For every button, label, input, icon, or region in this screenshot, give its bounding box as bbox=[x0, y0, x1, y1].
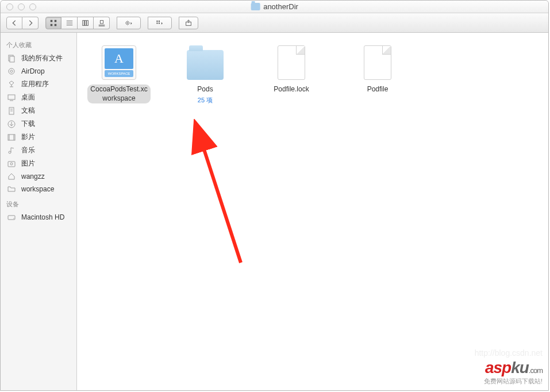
sidebar-item-disk[interactable]: Macintosh HD bbox=[1, 211, 76, 224]
folder-icon bbox=[187, 44, 224, 81]
documents-icon bbox=[6, 106, 17, 116]
svg-point-14 bbox=[127, 22, 128, 23]
airdrop-icon bbox=[6, 67, 17, 76]
window-body: 个人收藏 我的所有文件 AirDrop 应用程序 桌面 文稿 bbox=[1, 33, 548, 390]
svg-rect-2 bbox=[51, 24, 53, 26]
file-item-podfile[interactable]: Podfile bbox=[346, 44, 409, 95]
file-item-workspace[interactable]: WORKSPACE CocoaPodsTest.xcworkspace bbox=[87, 44, 151, 103]
pictures-icon bbox=[6, 159, 17, 168]
file-grid[interactable]: WORKSPACE CocoaPodsTest.xcworkspace Pods… bbox=[77, 33, 548, 390]
watermark-url: http://blog.csdn.net bbox=[475, 348, 543, 358]
sidebar-item-documents[interactable]: 文稿 bbox=[1, 104, 76, 117]
sidebar-item-label: wangzz bbox=[21, 172, 45, 180]
sidebar-item-downloads[interactable]: 下载 bbox=[1, 117, 76, 130]
sidebar-item-label: AirDrop bbox=[21, 67, 45, 75]
arrange-menu bbox=[148, 17, 172, 29]
arrange-button[interactable] bbox=[148, 17, 172, 29]
svg-rect-1 bbox=[55, 20, 57, 22]
icon-view-button[interactable] bbox=[45, 17, 61, 29]
action-button[interactable] bbox=[117, 17, 141, 29]
svg-rect-34 bbox=[8, 162, 15, 167]
sidebar-item-label: 我的所有文件 bbox=[21, 53, 63, 63]
svg-rect-17 bbox=[156, 22, 157, 24]
titlebar: anotherDir bbox=[1, 1, 548, 13]
action-menu bbox=[117, 17, 141, 29]
sidebar-item-label: 应用程序 bbox=[21, 79, 49, 89]
minimize-icon[interactable] bbox=[18, 3, 25, 10]
toolbar bbox=[1, 13, 548, 33]
svg-rect-21 bbox=[10, 56, 14, 62]
svg-rect-36 bbox=[8, 216, 15, 220]
sidebar-item-home[interactable]: wangzz bbox=[1, 170, 76, 183]
nav-buttons bbox=[6, 17, 39, 29]
movies-icon bbox=[6, 133, 17, 142]
sidebar-item-music[interactable]: 音乐 bbox=[1, 144, 76, 157]
column-view-button[interactable] bbox=[78, 17, 94, 29]
back-button[interactable] bbox=[6, 17, 22, 29]
sidebar-item-movies[interactable]: 影片 bbox=[1, 130, 76, 144]
sidebar-item-label: 桌面 bbox=[21, 93, 35, 102]
sidebar-item-label: 文稿 bbox=[21, 106, 35, 116]
forward-button[interactable] bbox=[22, 17, 39, 29]
sidebar-item-apps[interactable]: 应用程序 bbox=[1, 78, 76, 91]
file-item-lock[interactable]: Podfile.lock bbox=[260, 44, 323, 95]
svg-rect-9 bbox=[86, 20, 88, 25]
sidebar-section-devices: 设备 bbox=[1, 195, 76, 211]
svg-rect-3 bbox=[55, 24, 57, 26]
sidebar-item-label: workspace bbox=[21, 185, 54, 193]
folder-icon bbox=[6, 185, 17, 194]
sidebar-item-label: 图片 bbox=[21, 159, 35, 168]
file-label: CocoaPodsTest.xcworkspace bbox=[87, 84, 151, 103]
file-icon bbox=[359, 44, 396, 81]
sidebar-item-label: 音乐 bbox=[21, 145, 35, 155]
watermark-brand: aspku.com bbox=[475, 359, 543, 377]
file-label: Podfile.lock bbox=[271, 84, 311, 95]
music-icon bbox=[6, 146, 17, 155]
svg-rect-15 bbox=[156, 20, 157, 21]
sidebar-item-workspace[interactable]: workspace bbox=[1, 183, 76, 195]
sidebar-item-pictures[interactable]: 图片 bbox=[1, 157, 76, 170]
svg-rect-8 bbox=[84, 20, 86, 25]
svg-rect-16 bbox=[159, 20, 160, 21]
view-buttons bbox=[45, 17, 110, 29]
finder-window: anotherDir 个人收藏 我的所有文件 bbox=[0, 0, 549, 391]
zoom-icon[interactable] bbox=[29, 3, 36, 10]
sidebar: 个人收藏 我的所有文件 AirDrop 应用程序 桌面 文稿 bbox=[1, 33, 77, 390]
title-text: anotherDir bbox=[263, 2, 298, 11]
sidebar-item-label: 下载 bbox=[21, 119, 35, 129]
share-menu bbox=[179, 17, 198, 29]
window-controls bbox=[1, 3, 36, 10]
svg-line-38 bbox=[196, 125, 241, 263]
disk-icon bbox=[6, 213, 17, 222]
svg-point-23 bbox=[10, 70, 13, 72]
annotation-arrow-icon bbox=[189, 119, 258, 268]
sidebar-item-all-files[interactable]: 我的所有文件 bbox=[1, 52, 76, 65]
svg-point-22 bbox=[9, 68, 14, 74]
apps-icon bbox=[6, 80, 17, 89]
file-subtitle: 25 项 bbox=[198, 96, 213, 105]
all-files-icon bbox=[6, 54, 17, 63]
coverflow-view-button[interactable] bbox=[94, 17, 110, 29]
svg-rect-0 bbox=[51, 20, 53, 22]
sidebar-item-airdrop[interactable]: AirDrop bbox=[1, 65, 76, 78]
svg-rect-7 bbox=[82, 20, 84, 25]
svg-point-37 bbox=[13, 218, 14, 218]
sidebar-item-desktop[interactable]: 桌面 bbox=[1, 91, 76, 104]
file-label: Pods bbox=[195, 84, 215, 95]
file-item-folder[interactable]: Pods 25 项 bbox=[174, 44, 237, 105]
svg-point-35 bbox=[10, 163, 13, 165]
workspace-icon: WORKSPACE bbox=[101, 44, 137, 81]
list-view-button[interactable] bbox=[61, 17, 78, 29]
folder-icon bbox=[251, 3, 260, 10]
downloads-icon bbox=[6, 120, 17, 129]
home-icon bbox=[6, 172, 17, 181]
share-button[interactable] bbox=[179, 17, 198, 29]
watermark: http://blog.csdn.net aspku.com 免费网站源码下载站… bbox=[475, 348, 543, 386]
window-title: anotherDir bbox=[251, 2, 298, 11]
svg-point-33 bbox=[9, 151, 11, 153]
file-label: Podfile bbox=[365, 84, 391, 95]
watermark-tagline: 免费网站源码下载站! bbox=[475, 377, 543, 386]
sidebar-section-favorites: 个人收藏 bbox=[1, 36, 76, 52]
sidebar-item-label: Macintosh HD bbox=[21, 213, 64, 221]
close-icon[interactable] bbox=[6, 3, 13, 10]
